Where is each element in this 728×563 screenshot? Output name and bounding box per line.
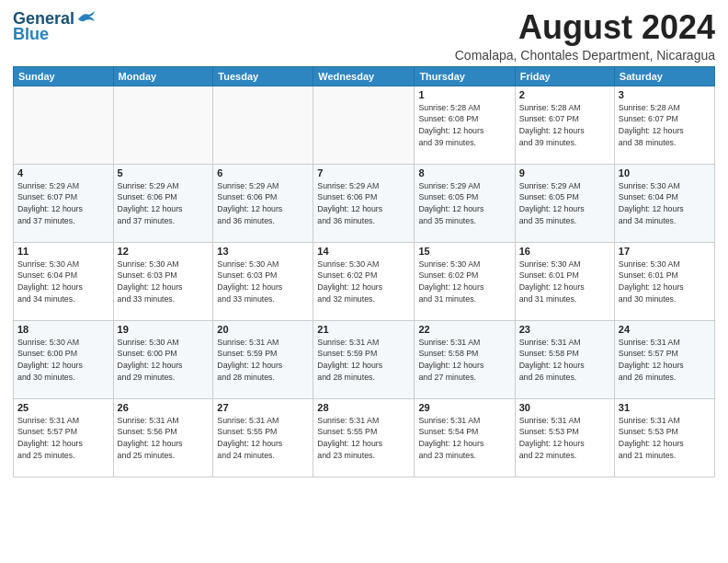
table-row: 25Sunrise: 5:31 AM Sunset: 5:57 PM Dayli…	[14, 398, 114, 477]
day-number: 7	[317, 167, 410, 178]
table-row: 11Sunrise: 5:30 AM Sunset: 6:04 PM Dayli…	[14, 242, 114, 320]
calendar-header-row: Sunday Monday Tuesday Wednesday Thursday…	[14, 66, 715, 86]
logo: General Blue	[13, 9, 97, 44]
logo-bird-icon	[76, 10, 97, 27]
table-row: 12Sunrise: 5:30 AM Sunset: 6:03 PM Dayli…	[113, 242, 213, 320]
day-info: Sunrise: 5:28 AM Sunset: 6:07 PM Dayligh…	[619, 102, 711, 149]
header-thursday: Thursday	[415, 66, 515, 86]
day-number: 12	[118, 246, 210, 257]
header-saturday: Saturday	[614, 66, 714, 86]
table-row: 7Sunrise: 5:29 AM Sunset: 6:06 PM Daylig…	[313, 164, 415, 242]
table-row: 15Sunrise: 5:30 AM Sunset: 6:02 PM Dayli…	[415, 242, 515, 320]
table-row: 28Sunrise: 5:31 AM Sunset: 5:55 PM Dayli…	[313, 398, 415, 477]
day-number: 27	[217, 402, 309, 413]
table-row: 20Sunrise: 5:31 AM Sunset: 5:59 PM Dayli…	[213, 320, 313, 398]
day-info: Sunrise: 5:30 AM Sunset: 6:04 PM Dayligh…	[17, 259, 109, 305]
day-info: Sunrise: 5:30 AM Sunset: 6:02 PM Dayligh…	[317, 259, 410, 305]
day-info: Sunrise: 5:31 AM Sunset: 5:58 PM Dayligh…	[418, 337, 510, 384]
table-row: 3Sunrise: 5:28 AM Sunset: 6:07 PM Daylig…	[614, 86, 714, 164]
day-info: Sunrise: 5:31 AM Sunset: 5:58 PM Dayligh…	[519, 337, 610, 384]
calendar-week-4: 18Sunrise: 5:30 AM Sunset: 6:00 PM Dayli…	[14, 320, 715, 398]
calendar-table: Sunday Monday Tuesday Wednesday Thursday…	[13, 66, 715, 477]
table-row: 19Sunrise: 5:30 AM Sunset: 6:00 PM Dayli…	[113, 320, 213, 398]
table-row: 22Sunrise: 5:31 AM Sunset: 5:58 PM Dayli…	[415, 320, 515, 398]
calendar-week-1: 1Sunrise: 5:28 AM Sunset: 6:08 PM Daylig…	[14, 86, 715, 164]
table-row	[313, 86, 415, 164]
day-info: Sunrise: 5:31 AM Sunset: 5:59 PM Dayligh…	[217, 337, 309, 384]
day-number: 13	[217, 246, 309, 257]
title-block: August 2024 Comalapa, Chontales Departme…	[455, 9, 715, 63]
day-info: Sunrise: 5:29 AM Sunset: 6:06 PM Dayligh…	[317, 180, 410, 227]
day-number: 20	[217, 324, 309, 335]
day-number: 11	[17, 246, 109, 257]
day-info: Sunrise: 5:31 AM Sunset: 5:55 PM Dayligh…	[317, 415, 410, 462]
day-number: 8	[418, 167, 510, 178]
table-row	[113, 86, 213, 164]
table-row: 27Sunrise: 5:31 AM Sunset: 5:55 PM Dayli…	[213, 398, 313, 477]
day-number: 25	[17, 402, 109, 413]
table-row: 8Sunrise: 5:29 AM Sunset: 6:05 PM Daylig…	[415, 164, 515, 242]
day-info: Sunrise: 5:28 AM Sunset: 6:07 PM Dayligh…	[519, 102, 610, 149]
day-info: Sunrise: 5:30 AM Sunset: 6:02 PM Dayligh…	[418, 259, 510, 305]
day-number: 9	[519, 167, 610, 178]
table-row: 31Sunrise: 5:31 AM Sunset: 5:53 PM Dayli…	[614, 398, 714, 477]
day-number: 31	[619, 402, 711, 413]
table-row: 18Sunrise: 5:30 AM Sunset: 6:00 PM Dayli…	[14, 320, 114, 398]
day-number: 26	[118, 402, 210, 413]
calendar-week-3: 11Sunrise: 5:30 AM Sunset: 6:04 PM Dayli…	[14, 242, 715, 320]
day-info: Sunrise: 5:31 AM Sunset: 5:53 PM Dayligh…	[519, 415, 610, 462]
table-row: 29Sunrise: 5:31 AM Sunset: 5:54 PM Dayli…	[415, 398, 515, 477]
table-row: 1Sunrise: 5:28 AM Sunset: 6:08 PM Daylig…	[415, 86, 515, 164]
day-info: Sunrise: 5:31 AM Sunset: 5:56 PM Dayligh…	[118, 415, 210, 462]
table-row	[213, 86, 313, 164]
table-row: 4Sunrise: 5:29 AM Sunset: 6:07 PM Daylig…	[14, 164, 114, 242]
table-row: 5Sunrise: 5:29 AM Sunset: 6:06 PM Daylig…	[113, 164, 213, 242]
table-row: 13Sunrise: 5:30 AM Sunset: 6:03 PM Dayli…	[213, 242, 313, 320]
day-number: 30	[519, 402, 610, 413]
day-number: 17	[619, 246, 711, 257]
calendar-week-2: 4Sunrise: 5:29 AM Sunset: 6:07 PM Daylig…	[14, 164, 715, 242]
day-info: Sunrise: 5:31 AM Sunset: 5:54 PM Dayligh…	[418, 415, 510, 462]
page: General Blue August 2024 Comalapa, Chont…	[0, 0, 728, 563]
calendar-week-5: 25Sunrise: 5:31 AM Sunset: 5:57 PM Dayli…	[14, 398, 715, 477]
header-tuesday: Tuesday	[213, 66, 313, 86]
day-info: Sunrise: 5:31 AM Sunset: 5:59 PM Dayligh…	[317, 337, 410, 384]
table-row: 17Sunrise: 5:30 AM Sunset: 6:01 PM Dayli…	[614, 242, 714, 320]
table-row: 24Sunrise: 5:31 AM Sunset: 5:57 PM Dayli…	[614, 320, 714, 398]
day-info: Sunrise: 5:30 AM Sunset: 6:01 PM Dayligh…	[619, 259, 711, 305]
day-info: Sunrise: 5:30 AM Sunset: 6:04 PM Dayligh…	[619, 180, 711, 227]
table-row: 10Sunrise: 5:30 AM Sunset: 6:04 PM Dayli…	[614, 164, 714, 242]
day-info: Sunrise: 5:29 AM Sunset: 6:06 PM Dayligh…	[217, 180, 309, 227]
day-number: 23	[519, 324, 610, 335]
day-number: 14	[317, 246, 410, 257]
day-number: 18	[17, 324, 109, 335]
table-row: 21Sunrise: 5:31 AM Sunset: 5:59 PM Dayli…	[313, 320, 415, 398]
table-row: 6Sunrise: 5:29 AM Sunset: 6:06 PM Daylig…	[213, 164, 313, 242]
header: General Blue August 2024 Comalapa, Chont…	[13, 9, 715, 63]
day-number: 4	[17, 167, 109, 178]
day-number: 24	[619, 324, 711, 335]
day-number: 28	[317, 402, 410, 413]
day-info: Sunrise: 5:29 AM Sunset: 6:05 PM Dayligh…	[418, 180, 510, 227]
day-info: Sunrise: 5:29 AM Sunset: 6:07 PM Dayligh…	[17, 180, 109, 227]
day-number: 21	[317, 324, 410, 335]
day-info: Sunrise: 5:29 AM Sunset: 6:06 PM Dayligh…	[118, 180, 210, 227]
day-number: 29	[418, 402, 510, 413]
day-info: Sunrise: 5:31 AM Sunset: 5:57 PM Dayligh…	[619, 337, 711, 384]
header-sunday: Sunday	[14, 66, 114, 86]
table-row: 2Sunrise: 5:28 AM Sunset: 6:07 PM Daylig…	[515, 86, 614, 164]
day-number: 19	[118, 324, 210, 335]
location-subtitle: Comalapa, Chontales Department, Nicaragu…	[455, 48, 715, 63]
day-number: 16	[519, 246, 610, 257]
day-info: Sunrise: 5:30 AM Sunset: 6:01 PM Dayligh…	[519, 259, 610, 305]
day-info: Sunrise: 5:31 AM Sunset: 5:57 PM Dayligh…	[17, 415, 109, 462]
table-row: 23Sunrise: 5:31 AM Sunset: 5:58 PM Dayli…	[515, 320, 614, 398]
month-year-title: August 2024	[455, 9, 715, 46]
header-monday: Monday	[113, 66, 213, 86]
header-wednesday: Wednesday	[313, 66, 415, 86]
day-info: Sunrise: 5:31 AM Sunset: 5:55 PM Dayligh…	[217, 415, 309, 462]
day-number: 6	[217, 167, 309, 178]
day-number: 3	[619, 89, 711, 100]
day-number: 5	[118, 167, 210, 178]
day-number: 1	[418, 89, 510, 100]
